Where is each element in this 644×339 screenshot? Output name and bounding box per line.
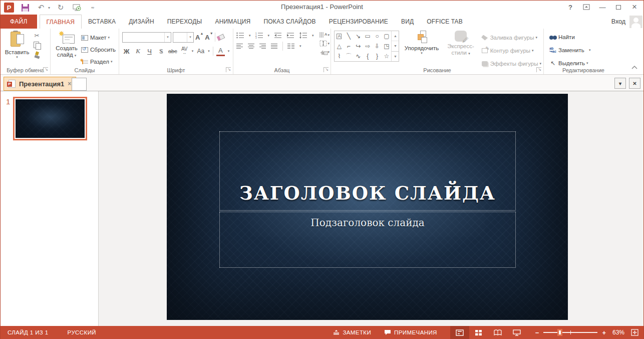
fit-slide-to-window-button[interactable]	[631, 329, 638, 336]
title-placeholder[interactable]: ЗАГОЛОВОК СЛАЙДА	[219, 131, 516, 211]
columns-icon[interactable]	[287, 43, 295, 50]
reading-view-button[interactable]	[488, 326, 507, 339]
shape-snip-corner-rectangle[interactable]: ◳	[384, 43, 389, 49]
slide-canvas[interactable]: ЗАГОЛОВОК СЛАЙДА Подзаголовок слайда	[167, 94, 568, 320]
drawing-dialog-launcher-icon[interactable]: ↘	[536, 67, 541, 72]
shape-line[interactable]: ╲	[347, 33, 351, 39]
strikethrough-button[interactable]: abc	[168, 46, 177, 56]
text-shadow-button[interactable]: S	[157, 46, 165, 56]
shape-elbow-connector[interactable]: ⌐	[347, 43, 351, 49]
document-tab-active[interactable]: Презентация1 ×	[4, 77, 76, 91]
clipboard-dialog-launcher-icon[interactable]: ↘	[43, 67, 48, 72]
zoom-slider-thumb[interactable]	[557, 329, 562, 336]
underline-button[interactable]: Ч	[145, 46, 154, 56]
tab-view[interactable]: ВИД	[395, 15, 420, 29]
bullets-icon[interactable]	[236, 32, 244, 39]
document-tab-close-icon[interactable]: ×	[68, 80, 71, 87]
shapes-gallery[interactable]: A ╲ ↘ ▭ ○ ▢ △ ⌐ ↪ ⇨ ⇩ ◳ ⌇ ⌒ ∿	[334, 31, 399, 62]
close-tab-button[interactable]: ✕	[629, 78, 640, 89]
language-indicator[interactable]: РУССКИЙ	[68, 329, 96, 335]
shape-curve[interactable]: ∿	[356, 53, 361, 59]
replace-button[interactable]: ab↪acЗаменить ▾	[549, 45, 621, 56]
tab-design[interactable]: ДИЗАЙН	[122, 15, 161, 29]
section-button[interactable]: Раздел▾	[81, 56, 116, 67]
shape-elbow-arrow-connector[interactable]: ↪	[356, 43, 361, 49]
paste-button[interactable]: Вставить ▾	[4, 31, 31, 66]
tab-insert[interactable]: ВСТАВКА	[82, 15, 122, 29]
shape-rounded-rectangle[interactable]: ▢	[384, 33, 389, 39]
find-button[interactable]: Найти	[549, 32, 621, 43]
notes-toggle[interactable]: ЗАМЕТКИ	[333, 329, 371, 335]
quick-styles-button[interactable]: Экспресс-стили ▾	[444, 31, 477, 66]
format-painter-icon[interactable]	[33, 51, 41, 59]
maximize-icon[interactable]	[611, 2, 625, 13]
align-center-icon[interactable]	[248, 43, 255, 50]
slide-sorter-view-button[interactable]	[469, 326, 488, 339]
comments-toggle[interactable]: ПРИМЕЧАНИЯ	[384, 329, 437, 335]
subtitle-placeholder[interactable]: Подзаголовок слайда	[219, 212, 516, 268]
shapes-scroll-down-icon[interactable]: ▼	[392, 41, 399, 51]
line-spacing-icon[interactable]	[299, 32, 307, 39]
character-spacing-button[interactable]: AV↔	[180, 46, 189, 56]
shape-scribble[interactable]: ⌇	[338, 53, 341, 59]
zoom-out-button[interactable]: −	[535, 329, 539, 336]
shape-text-box[interactable]: A	[337, 34, 342, 39]
sign-in-link[interactable]: Вход	[611, 18, 625, 25]
increase-indent-icon[interactable]	[286, 32, 294, 39]
font-dialog-launcher-icon[interactable]: ↘	[226, 67, 231, 72]
help-icon[interactable]: ?	[563, 2, 577, 13]
ribbon-display-options-icon[interactable]	[579, 2, 593, 13]
shape-arc[interactable]: ⌒	[346, 53, 352, 59]
reset-button[interactable]: Сбросить	[81, 44, 116, 55]
zoom-slider[interactable]	[543, 329, 597, 336]
font-color-button[interactable]: А	[216, 46, 225, 56]
user-avatar[interactable]	[629, 16, 642, 28]
shape-star[interactable]: ☆	[384, 53, 390, 59]
slide-show-view-button[interactable]	[507, 326, 526, 339]
copy-icon[interactable]	[33, 41, 41, 49]
tab-slideshow[interactable]: ПОКАЗ СЛАЙДОВ	[257, 15, 323, 29]
shape-outline-button[interactable]: Контур фигуры▾	[481, 45, 541, 56]
zoom-in-button[interactable]: +	[602, 329, 606, 336]
shape-fill-button[interactable]: Заливка фигуры▾	[481, 32, 541, 43]
align-right-icon[interactable]	[259, 43, 266, 50]
tab-review[interactable]: РЕЦЕНЗИРОВАНИЕ	[323, 15, 395, 29]
align-text-icon[interactable]: ▾	[319, 40, 330, 47]
font-name-combo[interactable]: ▾	[122, 32, 171, 43]
shapes-more-icon[interactable]: ▼	[392, 51, 399, 61]
bold-button[interactable]: Ж	[122, 46, 131, 56]
new-document-tab-button[interactable]	[72, 78, 87, 91]
paragraph-dialog-launcher-icon[interactable]: ↘	[324, 67, 329, 72]
decrease-indent-icon[interactable]	[274, 32, 282, 39]
tab-home[interactable]: ГЛАВНАЯ	[40, 15, 82, 29]
shape-right-arrow[interactable]: ⇨	[365, 43, 370, 49]
new-slide-button[interactable]: ✸ Создатьслайд ▾	[54, 31, 80, 66]
layout-button[interactable]: Макет▾	[81, 32, 116, 43]
shapes-scroll-up-icon[interactable]: ▲	[392, 31, 399, 41]
close-icon[interactable]: ×	[627, 2, 641, 13]
font-size-combo[interactable]: ▾	[173, 32, 194, 43]
italic-button[interactable]: К	[134, 46, 142, 56]
change-case-button[interactable]: Aa	[196, 46, 205, 56]
zoom-level[interactable]: 63%	[612, 329, 624, 336]
slide-counter[interactable]: СЛАЙД 1 ИЗ 1	[8, 329, 49, 335]
align-left-icon[interactable]	[236, 43, 243, 50]
shape-down-arrow[interactable]: ⇩	[375, 43, 380, 49]
shape-right-brace[interactable]: }	[376, 53, 378, 59]
tab-transitions[interactable]: ПЕРЕХОДЫ	[161, 15, 209, 29]
shape-arrow[interactable]: ↘	[356, 33, 361, 39]
shape-left-brace[interactable]: {	[367, 53, 369, 59]
shape-rectangle[interactable]: ▭	[365, 33, 370, 39]
justify-icon[interactable]	[271, 43, 278, 50]
decrease-font-size-button[interactable]: А▼	[205, 34, 213, 41]
shape-triangle[interactable]: △	[337, 43, 342, 49]
tab-file[interactable]: ФАЙЛ	[1, 15, 37, 29]
tab-office-tab[interactable]: OFFICE TAB	[420, 15, 469, 29]
arrange-button[interactable]: Упорядочить ▾	[402, 31, 441, 66]
normal-view-button[interactable]	[450, 326, 469, 339]
tab-animations[interactable]: АНИМАЦИЯ	[208, 15, 257, 29]
shape-oval[interactable]: ○	[375, 33, 379, 39]
increase-font-size-button[interactable]: А▲	[195, 34, 203, 41]
cut-icon[interactable]: ✂	[33, 32, 41, 40]
minimize-icon[interactable]: —	[595, 2, 609, 13]
